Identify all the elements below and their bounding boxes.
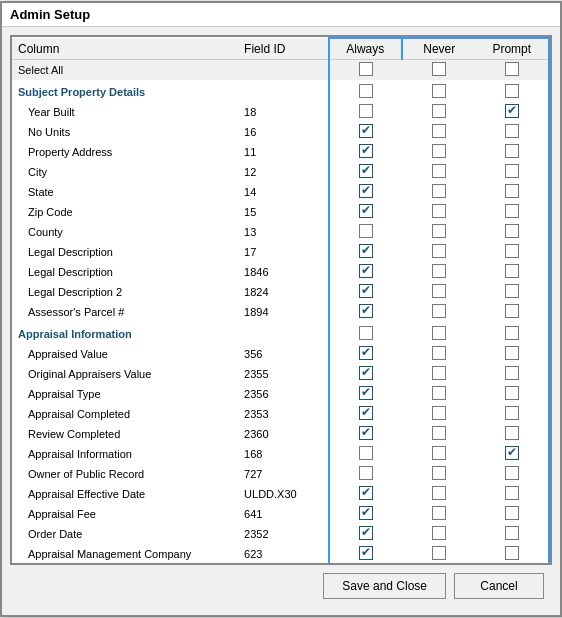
row-never-cell[interactable]	[402, 242, 475, 262]
row-always-checkbox[interactable]	[359, 506, 373, 520]
row-prompt-cell[interactable]	[475, 202, 549, 222]
row-prompt-checkbox[interactable]	[505, 184, 519, 198]
row-prompt-cell[interactable]	[475, 282, 549, 302]
select-all-prompt-cell[interactable]	[475, 60, 549, 81]
row-always-cell[interactable]	[329, 142, 402, 162]
row-prompt-cell[interactable]	[475, 544, 549, 564]
row-never-cell[interactable]	[402, 524, 475, 544]
row-prompt-checkbox[interactable]	[505, 144, 519, 158]
row-always-cell[interactable]	[329, 364, 402, 384]
row-prompt-cell[interactable]	[475, 484, 549, 504]
row-always-checkbox[interactable]	[359, 264, 373, 278]
row-never-checkbox[interactable]	[432, 124, 446, 138]
row-always-cell[interactable]	[329, 282, 402, 302]
row-never-checkbox[interactable]	[432, 204, 446, 218]
row-prompt-cell[interactable]	[475, 102, 549, 122]
row-prompt-checkbox[interactable]	[505, 304, 519, 318]
row-prompt-checkbox[interactable]	[505, 104, 519, 118]
row-always-checkbox[interactable]	[359, 346, 373, 360]
row-never-cell[interactable]	[402, 282, 475, 302]
row-always-cell[interactable]	[329, 222, 402, 242]
row-always-cell[interactable]	[329, 464, 402, 484]
row-prompt-cell[interactable]	[475, 142, 549, 162]
row-prompt-checkbox[interactable]	[505, 406, 519, 420]
row-prompt-checkbox[interactable]	[505, 244, 519, 258]
select-all-prompt-checkbox[interactable]	[505, 62, 519, 76]
row-always-checkbox[interactable]	[359, 144, 373, 158]
select-all-never-checkbox[interactable]	[432, 62, 446, 76]
section-never-cb[interactable]	[432, 326, 446, 340]
row-never-cell[interactable]	[402, 202, 475, 222]
row-prompt-cell[interactable]	[475, 524, 549, 544]
row-always-cell[interactable]	[329, 384, 402, 404]
row-never-cell[interactable]	[402, 384, 475, 404]
row-always-cell[interactable]	[329, 504, 402, 524]
row-prompt-checkbox[interactable]	[505, 506, 519, 520]
row-always-checkbox[interactable]	[359, 184, 373, 198]
row-never-checkbox[interactable]	[432, 264, 446, 278]
select-all-always-checkbox[interactable]	[359, 62, 373, 76]
row-always-cell[interactable]	[329, 344, 402, 364]
row-always-checkbox[interactable]	[359, 366, 373, 380]
select-all-always-cell[interactable]	[329, 60, 402, 81]
row-never-checkbox[interactable]	[432, 526, 446, 540]
row-always-cell[interactable]	[329, 404, 402, 424]
row-never-checkbox[interactable]	[432, 386, 446, 400]
row-never-cell[interactable]	[402, 444, 475, 464]
row-always-checkbox[interactable]	[359, 446, 373, 460]
row-never-checkbox[interactable]	[432, 104, 446, 118]
row-prompt-checkbox[interactable]	[505, 264, 519, 278]
row-never-checkbox[interactable]	[432, 406, 446, 420]
row-always-cell[interactable]	[329, 424, 402, 444]
cancel-button[interactable]: Cancel	[454, 573, 544, 599]
row-prompt-cell[interactable]	[475, 404, 549, 424]
section-always-cb[interactable]	[359, 326, 373, 340]
row-never-cell[interactable]	[402, 102, 475, 122]
row-prompt-cell[interactable]	[475, 302, 549, 322]
row-always-checkbox[interactable]	[359, 466, 373, 480]
row-prompt-checkbox[interactable]	[505, 546, 519, 560]
row-never-cell[interactable]	[402, 344, 475, 364]
row-never-cell[interactable]	[402, 262, 475, 282]
row-never-checkbox[interactable]	[432, 466, 446, 480]
row-prompt-checkbox[interactable]	[505, 224, 519, 238]
section-always-cell[interactable]	[329, 322, 402, 344]
row-prompt-cell[interactable]	[475, 364, 549, 384]
row-always-cell[interactable]	[329, 262, 402, 282]
row-never-checkbox[interactable]	[432, 486, 446, 500]
row-never-cell[interactable]	[402, 544, 475, 564]
row-never-cell[interactable]	[402, 424, 475, 444]
row-never-cell[interactable]	[402, 142, 475, 162]
row-prompt-cell[interactable]	[475, 464, 549, 484]
section-always-cell[interactable]	[329, 80, 402, 102]
row-prompt-cell[interactable]	[475, 262, 549, 282]
section-never-cell[interactable]	[402, 80, 475, 102]
row-prompt-checkbox[interactable]	[505, 466, 519, 480]
row-prompt-checkbox[interactable]	[505, 124, 519, 138]
row-prompt-cell[interactable]	[475, 242, 549, 262]
row-never-cell[interactable]	[402, 464, 475, 484]
row-never-checkbox[interactable]	[432, 506, 446, 520]
row-never-checkbox[interactable]	[432, 346, 446, 360]
row-always-checkbox[interactable]	[359, 406, 373, 420]
row-never-checkbox[interactable]	[432, 304, 446, 318]
row-prompt-checkbox[interactable]	[505, 446, 519, 460]
row-prompt-checkbox[interactable]	[505, 366, 519, 380]
row-always-cell[interactable]	[329, 444, 402, 464]
row-never-checkbox[interactable]	[432, 446, 446, 460]
row-prompt-cell[interactable]	[475, 182, 549, 202]
row-always-checkbox[interactable]	[359, 244, 373, 258]
section-prompt-cb[interactable]	[505, 326, 519, 340]
row-always-cell[interactable]	[329, 484, 402, 504]
row-never-cell[interactable]	[402, 162, 475, 182]
row-never-cell[interactable]	[402, 484, 475, 504]
row-always-checkbox[interactable]	[359, 386, 373, 400]
row-always-cell[interactable]	[329, 182, 402, 202]
select-all-never-cell[interactable]	[402, 60, 475, 81]
row-always-cell[interactable]	[329, 122, 402, 142]
row-prompt-checkbox[interactable]	[505, 284, 519, 298]
row-always-cell[interactable]	[329, 102, 402, 122]
row-always-checkbox[interactable]	[359, 124, 373, 138]
section-prompt-cb[interactable]	[505, 84, 519, 98]
section-always-cb[interactable]	[359, 84, 373, 98]
